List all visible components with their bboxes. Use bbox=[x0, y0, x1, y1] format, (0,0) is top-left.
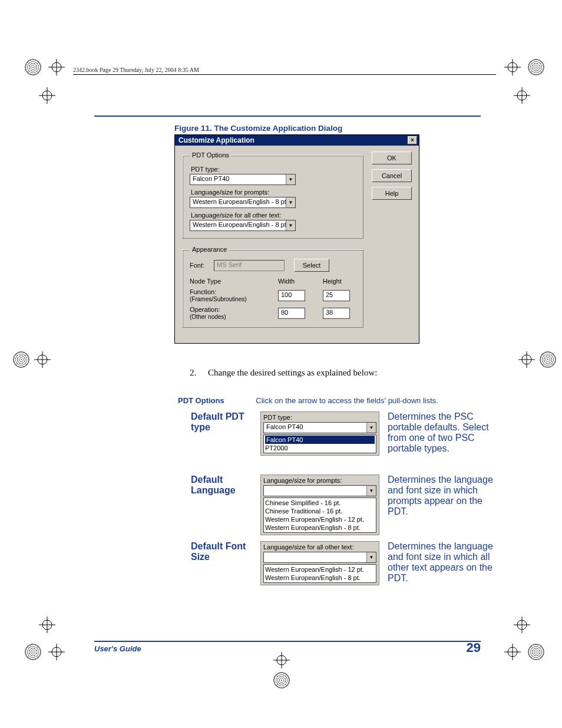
list-item[interactable]: Western European/English - 12 pt. bbox=[265, 515, 375, 523]
default-pdt-type-desc: Determines the PSC portable defaults. Se… bbox=[382, 411, 498, 456]
snippet-language-list[interactable]: Chinese Simplified - 16 pt. Chinese Trad… bbox=[263, 498, 376, 533]
footer-rule bbox=[94, 641, 481, 642]
default-language-label: Default Language bbox=[191, 475, 258, 535]
dialog-title: Customize Application bbox=[178, 136, 254, 144]
fontsize-snippet: Language/size for all other text: ▼ West… bbox=[260, 541, 379, 585]
function-row-label: Function: bbox=[190, 288, 216, 295]
crop-rosette bbox=[540, 351, 556, 368]
pdt-options-legend: PDT Options bbox=[190, 151, 232, 159]
crop-target-icon bbox=[504, 644, 521, 660]
pdt-type-snippet: PDT type: Falcon PT40 ▼ Falcon PT40 PT20… bbox=[260, 411, 379, 456]
crop-target-icon bbox=[514, 87, 530, 104]
content-rule bbox=[94, 116, 481, 117]
snippet-fontsize-value bbox=[264, 552, 366, 562]
header-rule bbox=[73, 74, 496, 75]
chevron-down-icon: ▼ bbox=[366, 552, 376, 562]
customize-application-dialog: Customize Application × PDT Options PDT … bbox=[174, 134, 419, 344]
language-snippet: Language/size for prompts: ▼ Chinese Sim… bbox=[260, 475, 379, 535]
crop-target-icon bbox=[39, 617, 55, 633]
help-button[interactable]: Help bbox=[372, 187, 412, 200]
prompt-lang-value: Western European/English - 8 pt. bbox=[190, 197, 286, 207]
other-lang-select[interactable]: Western European/English - 8 pt. ▼ bbox=[190, 220, 296, 231]
pdt-options-doc-text: Click on the arrow to access the fields'… bbox=[256, 396, 438, 405]
ok-button[interactable]: OK bbox=[372, 151, 412, 164]
node-type-header: Node Type bbox=[190, 278, 266, 285]
snippet-label: Language/size for all other text: bbox=[263, 543, 353, 551]
step-number: 2. bbox=[190, 368, 196, 377]
snippet-language-value bbox=[264, 486, 366, 496]
operation-row-label: Operation: bbox=[190, 306, 220, 313]
prompt-lang-select[interactable]: Western European/English - 8 pt. ▼ bbox=[190, 197, 296, 208]
operation-height-input[interactable]: 38 bbox=[323, 308, 350, 319]
operation-row-sub: (Other nodes) bbox=[190, 314, 226, 320]
crop-target-icon bbox=[273, 652, 290, 668]
snippet-pdt-type-value: Falcon PT40 bbox=[264, 423, 366, 433]
appearance-group: Appearance Font: MS Serif Select Node Ty… bbox=[182, 246, 363, 328]
crop-rosette bbox=[25, 644, 41, 660]
font-label: Font: bbox=[190, 262, 204, 269]
crop-target-icon bbox=[39, 87, 55, 104]
crop-target-icon bbox=[48, 644, 65, 660]
function-row-sub: (Frames/Subroutines) bbox=[190, 296, 247, 302]
list-item[interactable]: Chinese Simplified - 16 pt. bbox=[265, 499, 375, 507]
default-font-size-label: Default Font Size bbox=[191, 541, 258, 585]
operation-width-input[interactable]: 80 bbox=[278, 308, 305, 319]
width-header: Width bbox=[278, 278, 311, 285]
crop-rosette bbox=[273, 672, 290, 689]
dialog-titlebar: Customize Application × bbox=[175, 135, 419, 146]
snippet-label: Language/size for prompts: bbox=[263, 477, 342, 484]
chevron-down-icon: ▼ bbox=[286, 197, 295, 207]
list-item[interactable]: PT2000 bbox=[265, 444, 288, 452]
crop-target-icon bbox=[48, 59, 65, 75]
list-item[interactable]: Western European/English - 12 pt. bbox=[265, 565, 375, 574]
step-text: Change the desired settings as explained… bbox=[208, 368, 377, 377]
list-item[interactable]: Western European/English - 8 pt. bbox=[265, 574, 375, 582]
snippet-pdt-type-select[interactable]: Falcon PT40 ▼ bbox=[263, 422, 376, 433]
crop-rosette bbox=[528, 59, 544, 75]
crop-rosette bbox=[25, 59, 41, 75]
chevron-down-icon: ▼ bbox=[286, 220, 295, 230]
snippet-language-select[interactable]: ▼ bbox=[263, 485, 376, 496]
appearance-legend: Appearance bbox=[190, 246, 229, 253]
function-width-input[interactable]: 100 bbox=[278, 290, 305, 301]
select-font-button[interactable]: Select bbox=[294, 259, 329, 272]
crop-target-icon bbox=[514, 617, 530, 633]
font-display: MS Serif bbox=[214, 260, 285, 271]
chevron-down-icon: ▼ bbox=[366, 486, 376, 496]
function-height-input[interactable]: 25 bbox=[323, 290, 350, 301]
other-lang-value: Western European/English - 8 pt. bbox=[190, 220, 286, 230]
other-lang-label: Language/size for all other text: bbox=[191, 212, 356, 219]
pdt-type-label: PDT type: bbox=[191, 166, 356, 173]
pdt-type-select[interactable]: Falcon PT40 ▼ bbox=[190, 174, 296, 185]
crop-target-icon bbox=[504, 59, 521, 75]
default-language-desc: Determines the language and font size in… bbox=[382, 475, 498, 535]
snippet-fontsize-list[interactable]: Western European/English - 12 pt. Wester… bbox=[263, 564, 376, 583]
crop-rosette bbox=[528, 644, 544, 660]
chevron-down-icon: ▼ bbox=[366, 423, 376, 433]
page-number: 29 bbox=[467, 640, 481, 655]
crop-target-icon bbox=[518, 351, 535, 368]
default-font-size-desc: Determines the language and font size in… bbox=[382, 541, 498, 585]
height-header: Height bbox=[323, 278, 356, 285]
list-item[interactable]: Falcon PT40 bbox=[265, 436, 375, 444]
footer-title: User's Guide bbox=[94, 644, 141, 653]
running-header: 2342.book Page 29 Thursday, July 22, 200… bbox=[73, 67, 199, 73]
snippet-pdt-type-list[interactable]: Falcon PT40 PT2000 bbox=[263, 434, 376, 453]
pdt-type-value: Falcon PT40 bbox=[190, 174, 286, 185]
close-button[interactable]: × bbox=[408, 136, 417, 144]
pdt-options-group: PDT Options PDT type: Falcon PT40 ▼ Lang… bbox=[182, 151, 363, 239]
snippet-fontsize-select[interactable]: ▼ bbox=[263, 552, 376, 563]
crop-rosette bbox=[13, 351, 29, 368]
step-2: 2. Change the desired settings as explai… bbox=[190, 368, 377, 378]
list-item[interactable]: Western European/English - 8 pt. bbox=[265, 523, 375, 532]
crop-target-icon bbox=[34, 351, 51, 368]
cancel-button[interactable]: Cancel bbox=[372, 169, 412, 182]
snippet-label: PDT type: bbox=[263, 414, 292, 421]
list-item[interactable]: Chinese Traditional - 16 pt. bbox=[265, 507, 375, 515]
prompt-lang-label: Language/size for prompts: bbox=[191, 189, 356, 196]
chevron-down-icon: ▼ bbox=[286, 174, 295, 185]
default-pdt-type-label: Default PDT type bbox=[191, 411, 258, 456]
figure-caption: Figure 11. The Customize Application Dia… bbox=[174, 124, 342, 133]
pdt-options-doc-label: PDT Options bbox=[178, 396, 224, 405]
